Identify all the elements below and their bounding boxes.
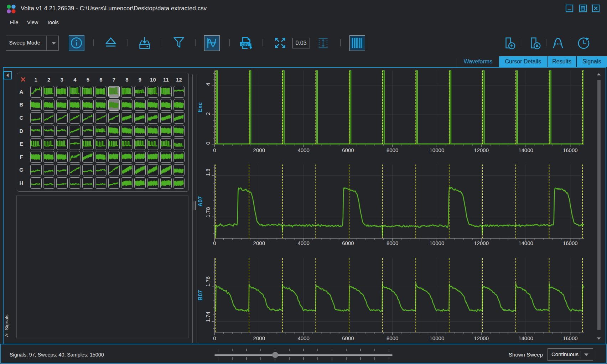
svg-text:2000: 2000 bbox=[253, 335, 265, 341]
svg-text:12000: 12000 bbox=[474, 335, 489, 341]
svg-text:16000: 16000 bbox=[563, 335, 578, 341]
svg-text:4000: 4000 bbox=[297, 240, 309, 246]
svg-text:0: 0 bbox=[205, 142, 211, 145]
svg-text:14000: 14000 bbox=[518, 240, 533, 246]
svg-text:4000: 4000 bbox=[297, 335, 309, 341]
svg-text:6000: 6000 bbox=[342, 240, 354, 246]
svg-text:8000: 8000 bbox=[386, 240, 398, 246]
svg-text:12000: 12000 bbox=[474, 240, 489, 246]
svg-text:2000: 2000 bbox=[253, 147, 265, 153]
svg-text:8000: 8000 bbox=[386, 335, 398, 341]
svg-text:1.74: 1.74 bbox=[205, 312, 211, 322]
svg-text:16000: 16000 bbox=[563, 147, 578, 153]
svg-text:8000: 8000 bbox=[386, 147, 398, 153]
svg-text:0: 0 bbox=[213, 335, 216, 341]
svg-text:4: 4 bbox=[205, 83, 211, 86]
svg-text:1.78: 1.78 bbox=[205, 207, 211, 217]
svg-text:6000: 6000 bbox=[342, 335, 354, 341]
svg-text:0: 0 bbox=[213, 240, 216, 246]
svg-text:10000: 10000 bbox=[430, 147, 445, 153]
svg-text:A07: A07 bbox=[198, 196, 203, 207]
svg-text:10000: 10000 bbox=[430, 240, 445, 246]
svg-text:12000: 12000 bbox=[474, 147, 489, 153]
svg-text:1.76: 1.76 bbox=[205, 276, 211, 287]
svg-text:2000: 2000 bbox=[253, 240, 265, 246]
svg-text:4000: 4000 bbox=[297, 147, 309, 153]
svg-text:Exc: Exc bbox=[198, 102, 203, 113]
svg-text:10000: 10000 bbox=[430, 335, 445, 341]
svg-text:0: 0 bbox=[213, 147, 216, 153]
svg-text:CSV: CSV bbox=[242, 42, 249, 46]
svg-text:6000: 6000 bbox=[342, 147, 354, 153]
svg-text:B07: B07 bbox=[198, 290, 203, 300]
svg-text:16000: 16000 bbox=[563, 240, 578, 246]
svg-text:2: 2 bbox=[205, 112, 211, 115]
svg-text:14000: 14000 bbox=[518, 335, 533, 341]
svg-text:1.8: 1.8 bbox=[205, 168, 211, 176]
svg-text:14000: 14000 bbox=[518, 147, 533, 153]
